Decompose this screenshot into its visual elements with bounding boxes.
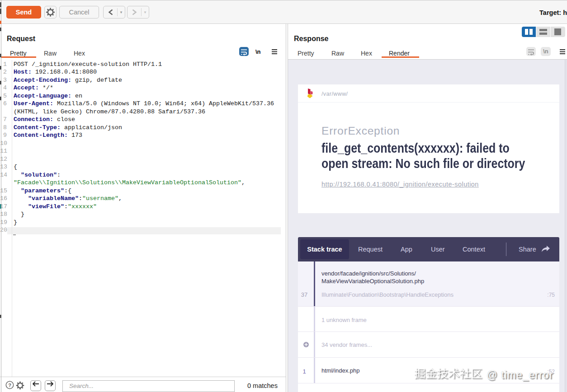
svg-text:?: ? <box>8 383 11 388</box>
